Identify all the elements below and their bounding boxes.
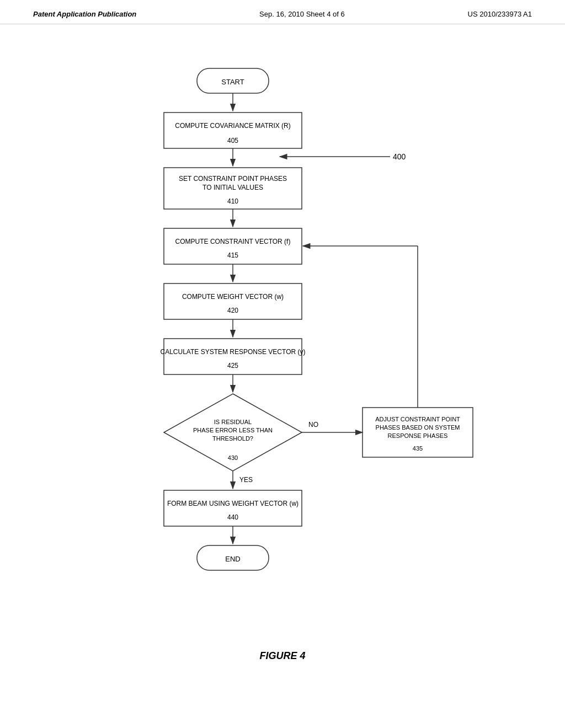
node-440-line2: 440: [227, 513, 238, 521]
node-420-line2: 420: [227, 307, 238, 314]
header-right: US 2010/233973 A1: [468, 10, 532, 18]
node-405-line2: 405: [227, 137, 238, 144]
header-center: Sep. 16, 2010 Sheet 4 of 6: [259, 10, 345, 18]
header-left: Patent Application Publication: [33, 10, 136, 18]
page-header: Patent Application Publication Sep. 16, …: [0, 0, 565, 24]
flowchart-diagram: 400 START COMPUTE COVARIANCE MATRIX (R) …: [48, 41, 517, 647]
yes-label: YES: [239, 476, 253, 484]
node-410-line2: TO INITIAL VALUES: [202, 184, 263, 191]
node-410-line3: 410: [227, 197, 238, 205]
start-label: START: [221, 78, 244, 86]
node-435-line4: 435: [413, 445, 423, 452]
main-content: 400 START COMPUTE COVARIANCE MATRIX (R) …: [0, 41, 565, 714]
ref-400-label: 400: [393, 152, 406, 161]
node-430-line2: PHASE ERROR LESS THAN: [193, 427, 273, 433]
node-435-line3: RESPONSE PHASES: [388, 432, 448, 439]
node-430-line3: THRESHOLD?: [212, 435, 253, 442]
node-425-line2: 425: [227, 362, 238, 370]
node-425-line1: CALCULATE SYSTEM RESPONSE VECTOR (y): [161, 348, 306, 356]
no-label: NO: [308, 421, 318, 429]
figure-label: FIGURE 4: [0, 650, 565, 673]
end-label: END: [225, 555, 240, 563]
node-420-line1: COMPUTE WEIGHT VECTOR (w): [182, 293, 284, 301]
node-430-line1: IS RESIDUAL: [214, 419, 252, 425]
node-405-line1: COMPUTE COVARIANCE MATRIX (R): [175, 122, 291, 130]
node-440-line1: FORM BEAM USING WEIGHT VECTOR (w): [167, 500, 299, 507]
node-410-line1: SET CONSTRAINT POINT PHASES: [179, 175, 287, 183]
node-430-line4: 430: [228, 454, 238, 461]
node-415-line1: COMPUTE CONSTRAINT VECTOR (f): [175, 238, 291, 245]
node-415-line2: 415: [227, 251, 238, 259]
node-435-line1: ADJUST CONSTRAINT POINT: [375, 416, 460, 422]
node-435-line2: PHASES BASED ON SYSTEM: [376, 424, 460, 431]
